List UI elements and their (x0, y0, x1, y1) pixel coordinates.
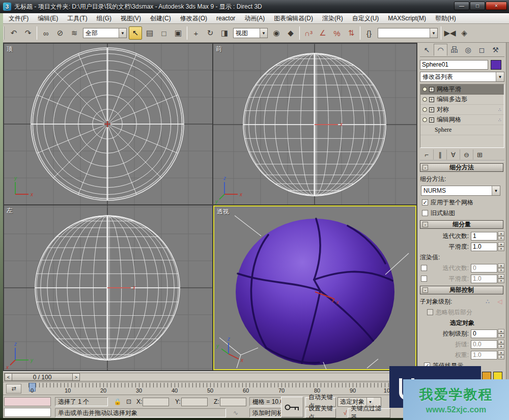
viewport-canvas[interactable]: yx (4, 44, 212, 204)
rollout-local-control[interactable]: - 局部控制 (420, 286, 503, 294)
minimize-button[interactable]: — (454, 2, 469, 10)
edge-subobject-icon[interactable]: ◁ (495, 297, 504, 306)
tab-motion[interactable]: ◎ (461, 44, 475, 56)
menu-item[interactable]: 文件(F) (4, 13, 33, 23)
previous-frame-button[interactable]: < (5, 373, 12, 381)
spinner[interactable]: ▲▼ (498, 340, 504, 349)
menu-item[interactable]: 创建(C) (146, 13, 176, 23)
menu-item[interactable]: 组(G) (92, 13, 116, 23)
bind-to-spacewarp-icon[interactable]: ≋ (68, 26, 81, 40)
window-crossing-icon[interactable]: ▣ (172, 26, 185, 40)
spinner[interactable]: ▲▼ (498, 274, 504, 283)
spinner[interactable]: ▲▼ (498, 263, 504, 273)
select-object-icon[interactable]: ↖ (129, 26, 142, 40)
modifier-on-off-bulb-icon[interactable] (422, 117, 427, 122)
render-iterations-field[interactable] (471, 264, 497, 273)
tab-modify[interactable]: ◠ (434, 44, 447, 56)
command-panel-scrollbar[interactable] (506, 43, 509, 420)
collapse-icon[interactable]: - (422, 222, 428, 227)
selection-lock-icon[interactable]: 🔒 (113, 397, 122, 406)
spinner[interactable]: ▲▼ (498, 242, 504, 251)
viewport-label[interactable]: 前 (216, 45, 222, 53)
menu-item[interactable]: 自定义(U) (348, 13, 384, 23)
modifier-on-off-bulb-icon[interactable] (422, 107, 427, 112)
show-end-result-button[interactable]: ∥ (433, 149, 446, 160)
menu-item[interactable]: reactor (212, 13, 240, 23)
tab-hierarchy[interactable]: 品 (447, 44, 461, 56)
modifier-on-off-bulb-icon[interactable] (422, 87, 427, 92)
collapse-icon[interactable]: - (422, 165, 428, 170)
crease-field[interactable] (471, 340, 497, 349)
viewport-canvas[interactable]: xzxy (214, 206, 415, 369)
select-move-icon[interactable]: + (189, 26, 203, 40)
y-coordinate-field[interactable] (181, 398, 208, 406)
chevron-down-icon[interactable]: ▼ (496, 72, 504, 81)
use-pivot-center-icon[interactable]: ◉ (270, 26, 283, 40)
weight-field[interactable] (471, 351, 497, 359)
next-frame-button[interactable]: > (72, 373, 80, 381)
viewport-canvas[interactable]: xzyx (4, 205, 212, 370)
x-coordinate-field[interactable] (143, 398, 169, 406)
time-slider-handle[interactable]: < 0 / 100 > (5, 373, 80, 381)
render-smoothness-field[interactable] (471, 275, 497, 283)
percent-snap-icon[interactable]: % (330, 26, 344, 40)
stack-item[interactable]: +对称∴ (420, 105, 504, 115)
menu-item[interactable]: 编辑(E) (33, 13, 63, 23)
menu-item[interactable]: 修改器(O) (176, 13, 212, 23)
select-by-name-icon[interactable]: ▤ (143, 26, 156, 40)
viewport-perspective[interactable]: 透视 xzxy (213, 205, 416, 370)
viewport-front[interactable]: 前 xzxy (213, 44, 416, 204)
z-coordinate-field[interactable] (220, 398, 246, 406)
rect-selection-region-icon[interactable]: □ (157, 26, 171, 40)
menu-item[interactable]: 图表编辑器(D) (269, 13, 318, 23)
stack-item[interactable]: +网格平滑 (420, 84, 504, 95)
absolute-mode-icon[interactable]: ⊡ (124, 397, 133, 406)
expand-icon[interactable]: + (429, 107, 434, 112)
tab-display[interactable]: ◻ (475, 44, 489, 56)
communicate-icon[interactable]: ∿ (231, 408, 240, 417)
set-keys-button[interactable] (281, 397, 303, 417)
menu-item[interactable]: MAXScript(M) (383, 13, 431, 23)
maxscript-mini-listener-white[interactable] (4, 408, 51, 417)
close-button[interactable]: × (486, 2, 507, 10)
set-key-button[interactable]: 设置关键点 (305, 408, 336, 418)
configure-modifier-sets-button[interactable]: ⊞ (473, 149, 486, 160)
named-selection-dropdown[interactable]: ▼ (378, 28, 438, 38)
viewport-left[interactable]: 左 xzyx (4, 205, 212, 370)
select-scale-icon[interactable]: ◨ (218, 26, 231, 40)
iterations-field[interactable] (471, 232, 497, 241)
ignore-backfacing-checkbox[interactable] (427, 309, 433, 315)
key-filters-button[interactable]: 关键点过滤器... (348, 408, 390, 418)
tab-create[interactable]: ↖ (420, 44, 434, 56)
vertex-subobject-icon[interactable]: ∴ (483, 297, 492, 306)
rollout-subdivision-amount[interactable]: - 细分量 (420, 220, 503, 229)
reference-coordinate-dropdown[interactable]: 视图 ▼ (233, 28, 268, 38)
stack-item[interactable]: +编辑网格∴ (420, 115, 504, 125)
render-iterations-checkbox[interactable] (421, 265, 427, 271)
apply-to-whole-mesh-checkbox[interactable] (422, 199, 428, 205)
chevron-down-icon[interactable]: ▼ (119, 28, 126, 38)
old-style-mapping-checkbox[interactable] (422, 210, 428, 216)
chevron-down-icon[interactable]: ▼ (260, 28, 267, 38)
pin-stack-button[interactable]: ⌐ (420, 149, 433, 160)
selection-filter-dropdown[interactable]: 全部 ▼ (83, 28, 127, 38)
maximize-button[interactable]: □ (470, 2, 485, 10)
angle-snap-icon[interactable]: ∠ (316, 26, 329, 40)
menu-item[interactable]: 工具(T) (63, 13, 92, 23)
remove-modifier-button[interactable]: ⊖ (460, 149, 473, 160)
viewport-top[interactable]: 顶 yx (4, 44, 212, 204)
menu-item[interactable]: 动画(A) (240, 13, 269, 23)
viewport-canvas[interactable]: xzxy (213, 44, 416, 204)
viewport-label[interactable]: 透视 (217, 207, 229, 216)
modifier-on-off-bulb-icon[interactable] (422, 97, 427, 102)
chevron-down-icon[interactable]: ▼ (430, 28, 437, 38)
modifier-list-dropdown[interactable]: 修改器列表 ▼ (420, 72, 504, 82)
maxscript-mini-listener-pink[interactable] (4, 397, 51, 406)
tab-utilities[interactable]: ⚒ (489, 44, 502, 56)
unlink-selection-icon[interactable]: ⊘ (53, 26, 67, 40)
spinner[interactable]: ▲▼ (498, 231, 504, 241)
stack-item-base-object[interactable]: Sphere (420, 125, 504, 135)
subdiv-method-dropdown[interactable]: NURMS ▼ (421, 186, 500, 196)
snap-toggle-3d-icon[interactable]: ∩³ (302, 26, 315, 40)
track-bar[interactable]: ⇄ 0102030405060708090100 (3, 382, 417, 395)
